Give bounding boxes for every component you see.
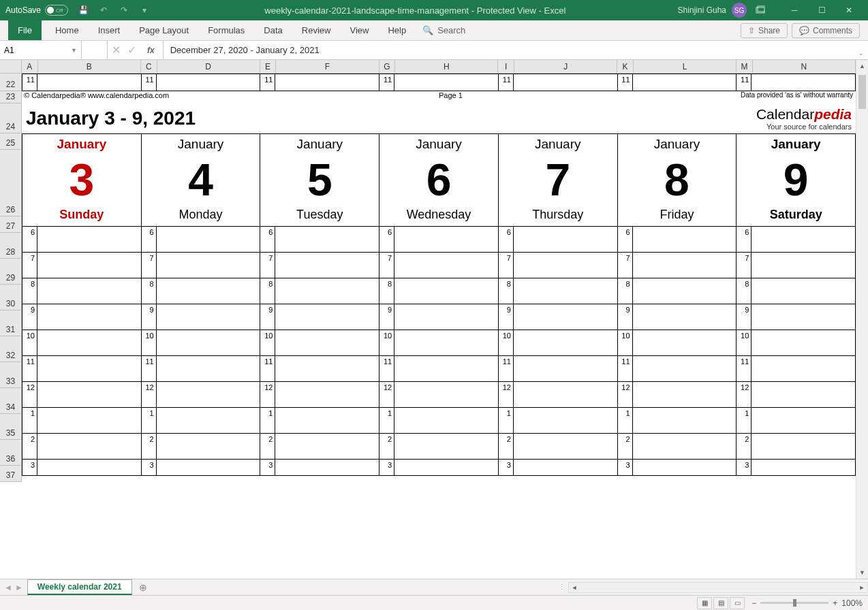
hour-number[interactable]: 2 <box>142 434 157 459</box>
hour-slot[interactable] <box>275 304 379 330</box>
add-sheet-button[interactable]: ⊕ <box>132 582 154 593</box>
hour-number[interactable]: 1 <box>22 408 37 433</box>
hour-number[interactable]: 11 <box>260 356 275 381</box>
ribbon-tab-data[interactable]: Data <box>254 20 292 40</box>
hour-slot[interactable] <box>275 227 379 252</box>
customize-qa-icon[interactable]: ▾ <box>136 2 153 18</box>
hour-slot[interactable] <box>157 304 260 330</box>
hour-number[interactable]: 12 <box>499 382 514 407</box>
hour-slot[interactable] <box>275 356 379 381</box>
hour-slot[interactable] <box>633 278 737 304</box>
hour-slot[interactable] <box>514 408 617 433</box>
hour-slot[interactable] <box>275 382 379 407</box>
formula-expand-icon[interactable]: ⌄ <box>858 50 864 57</box>
hour-number[interactable]: 8 <box>737 278 751 304</box>
hour-slot[interactable] <box>633 330 737 355</box>
hour-slot[interactable] <box>751 304 855 330</box>
user-area[interactable]: Shinjini Guha SG <box>678 3 747 18</box>
hour-slot[interactable] <box>514 304 617 330</box>
close-icon[interactable]: ✕ <box>835 1 863 20</box>
hour-number[interactable]: 11 <box>379 356 394 381</box>
hour-slot[interactable] <box>275 460 379 475</box>
hour-slot[interactable] <box>514 356 617 381</box>
hour-number[interactable]: 2 <box>22 434 37 459</box>
hour-number[interactable]: 8 <box>260 278 275 304</box>
row-header[interactable]: 36 <box>0 440 22 466</box>
save-icon[interactable]: 💾 <box>75 2 91 18</box>
hour-slot[interactable] <box>633 227 737 252</box>
hour-slot[interactable] <box>157 356 260 381</box>
ribbon-tab-formulas[interactable]: Formulas <box>198 20 254 40</box>
hour-slot[interactable] <box>394 460 498 475</box>
column-header[interactable]: K <box>617 60 634 74</box>
autosave-toggle[interactable]: AutoSave Off <box>5 5 68 16</box>
name-box-dropdown-icon[interactable]: ▼ <box>71 47 77 54</box>
hour-slot[interactable] <box>37 330 141 355</box>
hour-number[interactable]: 12 <box>260 382 275 407</box>
hour-slot[interactable] <box>275 408 379 433</box>
ribbon-display-icon[interactable] <box>747 1 774 20</box>
hour-number[interactable]: 7 <box>142 253 157 278</box>
hour-cell[interactable]: 11 <box>22 74 37 91</box>
hour-number[interactable]: 2 <box>499 434 514 459</box>
hour-number[interactable]: 8 <box>499 278 514 304</box>
column-header[interactable]: E <box>260 60 277 74</box>
hour-slot[interactable] <box>751 460 855 475</box>
fx-icon[interactable]: fx <box>143 46 159 55</box>
horizontal-scrollbar[interactable]: ◄ ► <box>568 582 868 593</box>
row-header[interactable]: 37 <box>0 466 22 482</box>
hour-slot[interactable] <box>514 434 617 459</box>
hour-slot[interactable] <box>157 330 260 355</box>
hour-number[interactable]: 9 <box>499 304 514 330</box>
column-header[interactable]: F <box>276 60 379 74</box>
scroll-right-icon[interactable]: ► <box>856 584 867 591</box>
hour-number[interactable]: 11 <box>737 356 751 381</box>
hour-number[interactable]: 9 <box>379 304 394 330</box>
hour-slot[interactable] <box>514 460 617 475</box>
redo-icon[interactable]: ↷ <box>116 2 132 18</box>
hour-cell[interactable]: 11 <box>142 74 157 91</box>
hour-slot[interactable] <box>394 278 498 304</box>
hour-slot[interactable] <box>37 460 141 475</box>
column-header[interactable]: D <box>157 60 260 74</box>
hour-cell[interactable]: 11 <box>618 74 633 91</box>
ribbon-tab-file[interactable]: File <box>8 20 42 40</box>
hour-slot[interactable] <box>751 382 855 407</box>
row-header[interactable]: 25 <box>0 133 22 150</box>
row-header[interactable]: 24 <box>0 103 22 133</box>
hour-slot[interactable] <box>37 278 141 304</box>
row-header[interactable]: 35 <box>0 414 22 440</box>
hour-slot[interactable] <box>37 227 141 252</box>
cells-grid[interactable]: 11111111111111© Calendarpedia® www.calen… <box>22 74 856 579</box>
hour-slot[interactable] <box>633 253 737 278</box>
page-layout-view-icon[interactable]: ▤ <box>713 597 728 609</box>
hour-number[interactable]: 10 <box>737 330 751 355</box>
hour-number[interactable]: 7 <box>260 253 275 278</box>
column-header[interactable]: G <box>379 60 396 74</box>
column-header[interactable]: M <box>737 60 753 74</box>
column-header[interactable]: N <box>753 60 856 74</box>
maximize-icon[interactable]: ☐ <box>808 1 835 20</box>
hour-number[interactable]: 8 <box>142 278 157 304</box>
hour-slot[interactable] <box>394 227 498 252</box>
column-header[interactable]: A <box>22 60 38 74</box>
day-header[interactable]: January8Friday <box>618 133 737 227</box>
day-header[interactable]: January6Wednesday <box>379 133 499 227</box>
hour-number[interactable]: 11 <box>499 356 514 381</box>
hour-number[interactable]: 10 <box>618 330 633 355</box>
hour-number[interactable]: 6 <box>499 227 514 252</box>
day-header[interactable]: January5Tuesday <box>260 133 379 227</box>
hour-number[interactable]: 9 <box>737 304 751 330</box>
hour-slot[interactable] <box>157 227 260 252</box>
sheet-prev-icon[interactable]: ◄ <box>4 583 12 592</box>
hour-slot[interactable] <box>37 356 141 381</box>
minimize-icon[interactable]: ─ <box>781 1 808 20</box>
scroll-up-icon[interactable]: ▲ <box>856 60 868 72</box>
ribbon-tab-page-layout[interactable]: Page Layout <box>129 20 198 40</box>
user-avatar[interactable]: SG <box>732 3 747 18</box>
row-header[interactable]: 30 <box>0 285 22 310</box>
hour-slot[interactable] <box>37 304 141 330</box>
hour-number[interactable]: 8 <box>379 278 394 304</box>
hour-slot[interactable] <box>751 330 855 355</box>
hour-slot[interactable] <box>633 304 737 330</box>
